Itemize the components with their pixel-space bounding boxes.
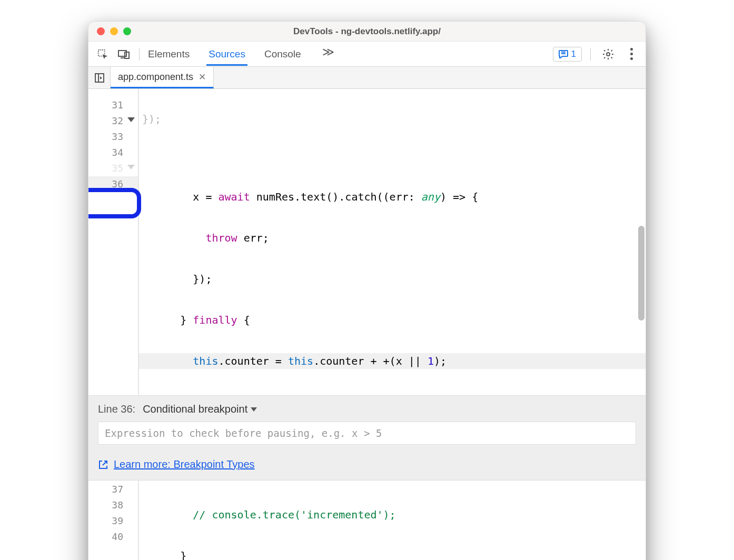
toolbar-right: 1 — [553, 45, 640, 63]
code-31 — [139, 148, 646, 164]
issues-icon — [559, 50, 568, 58]
vertical-scrollbar[interactable] — [638, 226, 644, 321]
breakpoint-line-label: Line 36: — [98, 403, 135, 415]
code-37: // console.trace('incremented'); — [139, 507, 646, 523]
minimize-window-button[interactable] — [110, 27, 118, 35]
breakpoint-editor-panel: Line 36: Conditional breakpoint Learn mo… — [88, 395, 646, 481]
main-toolbar: Elements Sources Console ≫ 1 — [88, 42, 646, 67]
window-title: DevTools - ng-devtools.netlify.app/ — [88, 26, 646, 37]
tab-console[interactable]: Console — [262, 43, 303, 65]
breakpoint-type-dropdown[interactable]: Conditional breakpoint — [143, 403, 257, 415]
dropdown-caret-icon — [251, 407, 257, 412]
traffic-lights — [97, 27, 131, 35]
panel-tabs: Elements Sources Console ≫ — [146, 43, 550, 65]
gutter-31[interactable]: 31 — [88, 97, 138, 113]
toolbar-separator — [139, 48, 140, 61]
file-tab-name: app.component.ts — [118, 72, 193, 83]
code-36: this.counter = this.counter + +(x || 1); — [139, 353, 646, 369]
issues-badge[interactable]: 1 — [553, 47, 582, 62]
line-gutter[interactable]: 31 32 33 34 35 36 — [88, 89, 139, 395]
code-33: throw err; — [139, 230, 646, 246]
svg-point-4 — [607, 53, 610, 56]
device-toolbar-icon[interactable] — [115, 45, 133, 63]
maximize-window-button[interactable] — [123, 27, 131, 35]
code-38: } — [139, 548, 646, 560]
issues-count: 1 — [571, 49, 576, 59]
external-link-icon — [98, 459, 108, 470]
file-tab-app-component[interactable]: app.component.ts ✕ — [111, 67, 214, 88]
line-gutter-lower[interactable]: 37 38 39 40 — [88, 481, 139, 560]
gutter-39[interactable]: 39 — [88, 513, 138, 529]
fold-icon[interactable] — [127, 117, 135, 122]
svg-rect-5 — [95, 74, 104, 82]
more-tabs-button[interactable]: ≫ — [318, 43, 339, 65]
breakpoint-condition-input[interactable] — [98, 422, 636, 445]
inspect-element-icon[interactable] — [94, 45, 112, 63]
code-35: } finally { — [139, 312, 646, 328]
gutter-36[interactable]: 36 — [88, 176, 138, 192]
learn-more-link[interactable]: Learn more: Breakpoint Types — [98, 458, 636, 471]
fold-icon[interactable] — [127, 165, 135, 169]
tab-sources[interactable]: Sources — [206, 43, 247, 65]
more-options-icon[interactable] — [622, 45, 640, 63]
code-editor-lower: 37 38 39 40 // console.trace('incremente… — [88, 481, 646, 560]
code-32: x = await numRes.text().catch((err: any)… — [139, 189, 646, 205]
breakpoint-header: Line 36: Conditional breakpoint — [98, 403, 636, 415]
gutter-40[interactable]: 40 — [88, 529, 138, 545]
gutter-35[interactable]: 35 — [88, 161, 138, 176]
gutter-37[interactable]: 37 — [88, 482, 138, 497]
file-tab-bar: app.component.ts ✕ — [88, 67, 646, 89]
code-34: }); — [139, 271, 646, 287]
tab-elements[interactable]: Elements — [146, 43, 192, 65]
gutter-38[interactable]: 38 — [88, 497, 138, 513]
toolbar-separator-2 — [590, 48, 591, 61]
devtools-window: DevTools - ng-devtools.netlify.app/ Elem… — [88, 21, 646, 560]
settings-gear-icon[interactable] — [599, 45, 617, 63]
gutter-34[interactable]: 34 — [88, 145, 138, 161]
code-editor: 31 32 33 34 35 36 }); x = await numRes.t… — [88, 89, 646, 395]
code-partial: }); — [139, 115, 646, 123]
close-file-tab-icon[interactable]: ✕ — [199, 72, 206, 83]
navigator-toggle-icon[interactable] — [88, 67, 111, 88]
gutter-32[interactable]: 32 — [88, 113, 138, 129]
code-area-lower[interactable]: // console.trace('incremented'); } } — [139, 481, 646, 560]
gutter-partial — [88, 90, 138, 97]
code-area[interactable]: }); x = await numRes.text().catch((err: … — [139, 89, 646, 395]
title-bar: DevTools - ng-devtools.netlify.app/ — [88, 22, 646, 42]
gutter-33[interactable]: 33 — [88, 129, 138, 145]
close-window-button[interactable] — [97, 27, 105, 35]
